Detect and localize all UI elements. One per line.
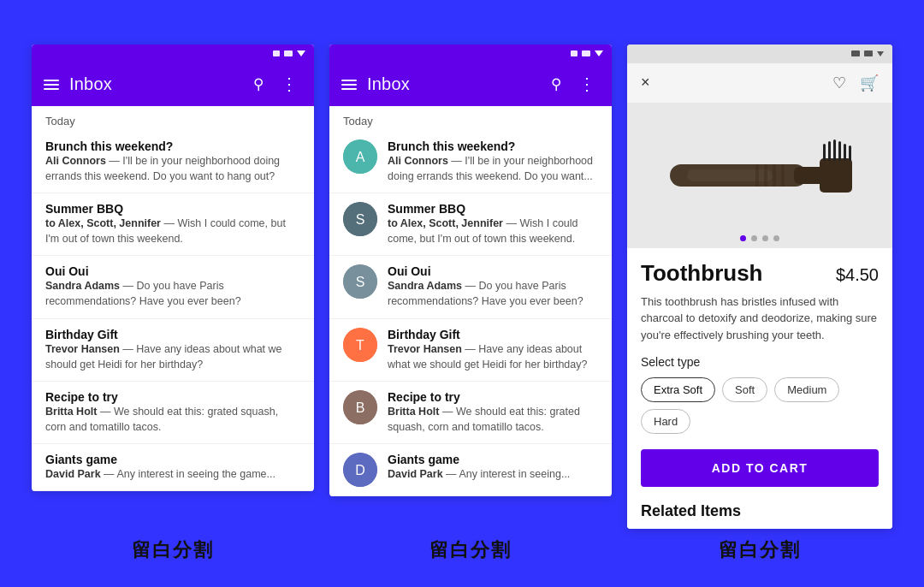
signal-icon [273, 50, 280, 56]
search-button-2[interactable]: ⚲ [548, 72, 565, 97]
svg-text:T: T [356, 338, 364, 353]
email-subject: Giants game [388, 453, 598, 466]
svg-rect-19 [844, 144, 846, 161]
chip-medium[interactable]: Medium [774, 377, 839, 402]
email-sender: Trevor Hansen [45, 343, 120, 355]
chip-soft[interactable]: Soft [722, 377, 767, 402]
app-bar-1: Inbox ⚲ ⋮ [32, 63, 314, 106]
email-content: Birthday Gift Trevor Hansen — Have any i… [388, 328, 598, 372]
list-item[interactable]: B Recipe to try Britta Holt — We should … [329, 382, 612, 444]
list-item[interactable]: S Oui Oui Sandra Adams — Do you have Par… [329, 256, 612, 318]
email-subject: Brunch this weekend? [388, 139, 598, 153]
avatar: D [343, 453, 377, 487]
email-content: Oui Oui Sandra Adams — Do you have Paris… [45, 264, 300, 309]
email-subject: Birthday Gift [45, 328, 300, 341]
inbox-title-1: Inbox [69, 74, 240, 94]
product-app-bar: × ♡ 🛒 [627, 63, 892, 103]
chip-extra-soft[interactable]: Extra Soft [641, 377, 715, 402]
email-sender: Britta Holt [388, 406, 439, 418]
email-preview: to Alex, Scott, Jennifer — Wish I could … [45, 216, 300, 246]
email-preview: Trevor Hansen — Have any ideas about wha… [45, 341, 300, 372]
email-content: Summer BBQ to Alex, Scott, Jennifer — Wi… [45, 202, 300, 246]
list-item[interactable]: S Summer BBQ to Alex, Scott, Jennifer — … [329, 193, 612, 256]
app-bar-2: Inbox ⚲ ⋮ [329, 63, 612, 106]
email-preview: Ali Connors — I'll be in your neighborho… [388, 153, 598, 184]
hamburger-icon[interactable] [44, 80, 59, 90]
email-preview-text: — Any interest in seeing... [446, 468, 570, 480]
email-sender: Ali Connors [388, 155, 448, 167]
svg-rect-18 [838, 141, 841, 161]
email-sender: Britta Holt [45, 406, 97, 418]
email-subject: Oui Oui [45, 264, 300, 278]
svg-text:A: A [356, 150, 365, 164]
bottom-label-3: 留白分割 [627, 537, 892, 563]
email-panel-1: Inbox ⚲ ⋮ Today Brunch this weekend? Ali… [32, 44, 314, 491]
wifi-icon [284, 50, 293, 56]
product-price: $4.50 [836, 265, 879, 285]
product-status-bar [627, 44, 892, 63]
list-item[interactable]: T Birthday Gift Trevor Hansen — Have any… [329, 319, 612, 382]
svg-text:D: D [355, 463, 365, 477]
list-item[interactable]: Oui Oui Sandra Adams — Do you have Paris… [32, 256, 314, 318]
more-button-2[interactable]: ⋮ [575, 72, 600, 98]
list-item[interactable]: Brunch this weekend? Ali Connors — I'll … [32, 131, 314, 193]
email-sender: to Alex, Scott, Jennifer [388, 217, 503, 229]
svg-rect-25 [781, 164, 785, 187]
email-subject: Recipe to try [45, 390, 300, 404]
email-preview: Sandra Adams — Do you have Paris recomme… [388, 278, 598, 309]
search-icon-1: ⚲ [253, 76, 264, 92]
hamburger-icon-2[interactable] [341, 80, 357, 90]
svg-text:S: S [356, 275, 365, 289]
dropdown-icon [297, 50, 305, 56]
main-row: Inbox ⚲ ⋮ Today Brunch this weekend? Ali… [6, 24, 918, 530]
more-button-1[interactable]: ⋮ [277, 72, 302, 98]
related-items-label: Related Items [641, 502, 879, 520]
email-preview: David Park — Any interest in seeing... [388, 466, 598, 482]
search-button-1[interactable]: ⚲ [250, 72, 267, 97]
list-item[interactable]: A Brunch this weekend? Ali Connors — I'l… [329, 131, 612, 193]
list-item[interactable]: Summer BBQ to Alex, Scott, Jennifer — Wi… [32, 193, 314, 256]
email-list-2: Today A Brunch this weekend? Ali Connors… [329, 106, 612, 496]
list-item[interactable]: D Giants game David Park — Any interest … [329, 444, 612, 496]
email-preview: to Alex, Scott, Jennifer — Wish I could … [388, 216, 598, 246]
email-sender: Ali Connors [45, 155, 106, 167]
email-content: Giants game David Park — Any interest in… [388, 453, 598, 482]
email-list-1: Today Brunch this weekend? Ali Connors —… [32, 106, 314, 491]
bottom-label-1: 留白分割 [32, 537, 314, 563]
email-subject: Summer BBQ [45, 202, 300, 216]
product-wifi-icon [864, 50, 873, 56]
svg-rect-14 [820, 158, 852, 193]
wishlist-button[interactable]: ♡ [829, 70, 850, 96]
close-button[interactable]: × [637, 70, 654, 95]
list-item[interactable]: Birthday Gift Trevor Hansen — Have any i… [32, 319, 314, 382]
email-subject: Brunch this weekend? [45, 139, 300, 153]
cart-button[interactable]: 🛒 [856, 70, 882, 96]
dropdown-icon [595, 50, 603, 56]
email-sender: David Park [388, 468, 443, 480]
select-type-label: Select type [641, 355, 879, 369]
image-dots [740, 235, 779, 241]
email-subject: Giants game [45, 453, 300, 466]
email-content: Birthday Gift Trevor Hansen — Have any i… [45, 328, 300, 372]
product-image-container [627, 103, 892, 248]
status-bar-2 [329, 44, 612, 63]
email-content: Summer BBQ to Alex, Scott, Jennifer — Wi… [388, 202, 598, 246]
type-chips: Extra Soft Soft Medium Hard [641, 377, 879, 434]
list-item[interactable]: Giants game David Park — Any interest in… [32, 444, 314, 491]
svg-rect-21 [687, 169, 773, 181]
email-subject: Oui Oui [388, 264, 598, 278]
section-label-1: Today [32, 106, 314, 131]
add-to-cart-button[interactable]: ADD TO CART [641, 449, 879, 487]
email-content: Recipe to try Britta Holt — We should ea… [45, 390, 300, 435]
email-panel-2: Inbox ⚲ ⋮ Today A Brunch this weekend? A… [329, 44, 612, 496]
list-item[interactable]: Recipe to try Britta Holt — We should ea… [32, 382, 314, 444]
email-preview: Sandra Adams — Do you have Paris recomme… [45, 278, 300, 309]
svg-text:B: B [356, 400, 365, 415]
email-subject: Summer BBQ [388, 202, 598, 216]
product-panel: × ♡ 🛒 [627, 44, 892, 530]
wifi-icon [582, 50, 590, 56]
svg-rect-24 [773, 164, 776, 187]
avatar: A [343, 139, 377, 174]
chip-hard[interactable]: Hard [641, 409, 690, 434]
product-body: Toothbrush $4.50 This toothbrush has bri… [627, 248, 892, 530]
